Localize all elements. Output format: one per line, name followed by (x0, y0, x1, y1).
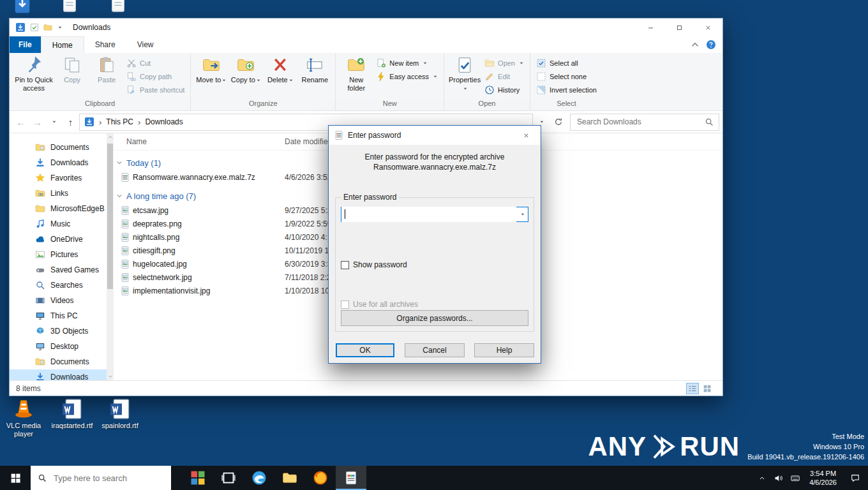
column-name[interactable]: Name (126, 137, 147, 146)
properties-button[interactable]: Properties (448, 55, 481, 93)
paste-button[interactable]: Paste (90, 55, 123, 84)
sidebar-item-downloads[interactable]: Downloads (10, 155, 107, 170)
delete-button[interactable]: Delete (264, 55, 297, 84)
sidebar-item-this-pc[interactable]: This PC (10, 308, 107, 323)
pin-to-quick-access-button[interactable]: Pin to Quick access (13, 55, 54, 93)
explorer-titlebar[interactable]: Downloads (10, 19, 722, 36)
start-button[interactable] (0, 466, 31, 490)
sidebar-item-saved-games[interactable]: Saved Games (10, 262, 107, 278)
dialog-titlebar[interactable]: Enter password (329, 126, 541, 145)
sidebar-item-videos[interactable]: Videos (10, 293, 107, 308)
volume-icon[interactable] (770, 466, 787, 490)
qat-new-folder-icon[interactable] (43, 23, 52, 32)
sidebar-item-downloads[interactable]: Downloads (10, 369, 107, 380)
thumbnails-view-button[interactable] (701, 383, 714, 394)
7zip-taskbar-icon[interactable] (336, 466, 366, 490)
search-input[interactable] (576, 117, 701, 127)
firefox-icon[interactable] (305, 466, 336, 490)
taskbar-clock[interactable]: 3:54 PM 4/6/2026 (804, 469, 842, 487)
action-center-icon[interactable] (842, 473, 868, 482)
recent-locations-icon[interactable] (46, 114, 62, 130)
search-box[interactable] (570, 114, 719, 131)
forward-button[interactable]: → (29, 114, 45, 130)
task-view-icon[interactable] (213, 466, 244, 490)
select-all-button[interactable]: Select all (534, 57, 599, 70)
qat-customize-icon[interactable] (57, 25, 63, 30)
desktop-shortcut-icon[interactable] (108, 0, 128, 15)
help-button[interactable]: Help (474, 343, 534, 357)
column-date-modified[interactable]: Date modified (285, 137, 332, 146)
up-button[interactable]: ↑ (63, 114, 79, 130)
scrollbar-thumb[interactable] (107, 144, 113, 289)
edit-button[interactable]: Edit (483, 70, 526, 83)
tray-show-hidden-icons[interactable] (754, 466, 770, 490)
sidebar-item-desktop[interactable]: Desktop (10, 339, 107, 354)
combo-dropdown-icon[interactable] (516, 207, 528, 221)
minimize-ribbon-icon[interactable] (691, 40, 700, 49)
ok-button[interactable]: OK (336, 343, 394, 357)
sidebar-item-searches[interactable]: Searches (10, 278, 107, 293)
tab-share[interactable]: Share (84, 36, 126, 53)
organize-passwords-button[interactable]: Organize passwords... (341, 310, 528, 326)
tab-view[interactable]: View (126, 36, 165, 53)
history-button[interactable]: History (483, 84, 526, 96)
sidebar-item-favorites[interactable]: Favorites (10, 170, 107, 186)
show-password-checkbox[interactable]: Show password (341, 260, 407, 269)
minimize-button[interactable] (636, 19, 665, 36)
search-icon[interactable] (705, 117, 714, 126)
copy-path-button[interactable]: Copy path (124, 70, 186, 83)
copy-to-button[interactable]: Copy to (229, 55, 262, 84)
close-button[interactable] (694, 19, 722, 36)
breadcrumb-downloads[interactable]: Downloads (145, 117, 183, 126)
sidebar-item-3d-objects[interactable]: 3D Objects (10, 323, 107, 339)
open-button[interactable]: Open (483, 57, 526, 70)
refresh-icon[interactable] (550, 114, 566, 130)
copy-button[interactable]: Copy (56, 55, 89, 84)
sidebar-item-links[interactable]: Links (10, 186, 107, 201)
new-item-button[interactable]: New item (374, 57, 440, 70)
dialog-close-button[interactable] (512, 126, 541, 145)
sidebar-scrollbar[interactable] (107, 133, 114, 380)
details-view-button[interactable] (686, 383, 699, 394)
sidebar-item-documents[interactable]: Documents (10, 140, 107, 155)
imgfile-icon (120, 259, 130, 269)
tab-file[interactable]: File (10, 36, 41, 53)
tab-home[interactable]: Home (41, 36, 84, 53)
maximize-button[interactable] (665, 19, 694, 36)
password-input[interactable] (341, 207, 516, 222)
edge-icon[interactable] (244, 466, 274, 490)
invert-selection-button[interactable]: Invert selection (534, 84, 599, 96)
taskbar-search-input[interactable] (52, 473, 164, 484)
cancel-button[interactable]: Cancel (405, 343, 465, 357)
sidebar-item-documents[interactable]: Documents (10, 354, 107, 369)
cut-button[interactable]: Cut (124, 57, 186, 70)
checkbox-icon[interactable] (341, 261, 349, 269)
sidebar-item-pictures[interactable]: Pictures (10, 247, 107, 262)
desktop-shortcut-icon[interactable] (13, 0, 32, 17)
sidebar-item-music[interactable]: Music (10, 216, 107, 232)
keyboard-icon[interactable] (787, 466, 804, 490)
sidebar-item-onedrive[interactable]: OneDrive (10, 232, 107, 247)
new-folder-button[interactable]: New folder (340, 55, 373, 93)
taskbar-search[interactable] (31, 466, 171, 490)
scroll-down-icon[interactable] (107, 373, 114, 380)
back-button[interactable]: ← (13, 114, 29, 130)
sample-app-icon[interactable] (183, 466, 213, 490)
paste-shortcut-button[interactable]: Paste shortcut (124, 84, 186, 96)
scroll-up-icon[interactable] (107, 133, 114, 141)
help-icon[interactable] (706, 40, 716, 50)
qat-properties-icon[interactable] (30, 23, 39, 32)
desktop-icon-vlc-media-player[interactable]: VLC media player (1, 398, 47, 438)
desktop-icon-spainlord-rtf[interactable]: spainlord.rtf (97, 398, 143, 430)
easy-access-button[interactable]: Easy access (374, 70, 440, 83)
desktop-shortcut-icon[interactable] (60, 0, 79, 15)
move-to-button[interactable]: Move to (195, 55, 228, 84)
breadcrumb-this-pc[interactable]: This PC (106, 117, 133, 126)
select-none-button[interactable]: Select none (534, 70, 599, 83)
sidebar-item-microsoftedgeb[interactable]: MicrosoftEdgeB (10, 201, 107, 216)
select-none-icon (536, 71, 546, 82)
file-explorer-icon[interactable] (274, 466, 305, 490)
rename-button[interactable]: Rename (298, 55, 331, 84)
desktop-icon-iraqstarted-rtf[interactable]: iraqstarted.rtf (49, 398, 95, 430)
password-combobox[interactable] (341, 207, 528, 222)
